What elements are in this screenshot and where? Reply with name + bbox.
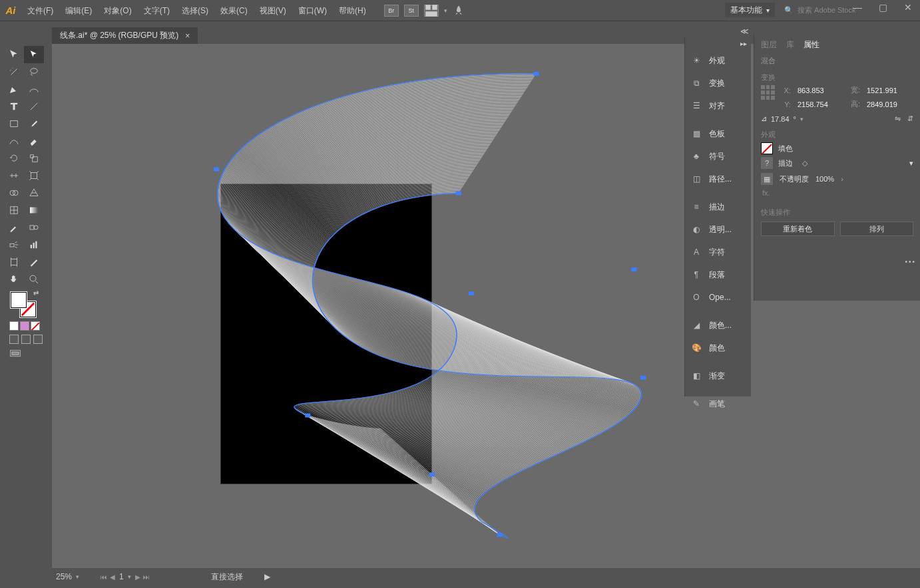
scale-tool[interactable] (24, 150, 44, 167)
direct-selection-tool[interactable] (24, 46, 44, 63)
recolor-button[interactable]: 重新着色 (761, 221, 835, 236)
blend-tool[interactable] (24, 219, 44, 236)
panel-color[interactable]: 🎨颜色 (685, 337, 751, 359)
selection-tool[interactable] (4, 46, 24, 63)
menu-file[interactable]: 文件(F) (21, 0, 59, 21)
tab-layers[interactable]: 图层 (761, 39, 777, 51)
color-mode[interactable] (9, 321, 19, 331)
h-value[interactable]: 2849.019 (867, 100, 913, 108)
shape-builder-tool[interactable] (4, 184, 24, 202)
stroke-width-stepper[interactable]: ◇ (802, 159, 807, 168)
gradient-mode[interactable] (20, 321, 29, 331)
rectangle-tool[interactable] (4, 115, 24, 132)
symbol-sprayer-tool[interactable] (4, 236, 24, 253)
fx-button[interactable]: fx. (761, 189, 913, 197)
last-artboard-icon[interactable]: ⏭ (143, 573, 150, 581)
workspace-switcher[interactable]: 基本功能 ▾ (725, 3, 775, 17)
menu-window[interactable]: 窗口(W) (292, 0, 333, 21)
pen-tool[interactable] (4, 80, 24, 98)
stroke-swatch-button[interactable]: ? (761, 157, 773, 169)
bridge-icon[interactable]: Br (384, 5, 399, 17)
rotate-tool[interactable] (4, 150, 24, 167)
status-play-icon[interactable]: ▶ (260, 572, 274, 581)
menu-select[interactable]: 选择(S) (176, 0, 214, 21)
x-value[interactable]: 863.853 (798, 86, 844, 94)
w-value[interactable]: 1521.991 (867, 86, 913, 94)
arrange-button[interactable]: 排列 (840, 221, 914, 236)
hand-tool[interactable] (4, 271, 24, 288)
draw-inside[interactable] (33, 335, 43, 344)
maximize-button[interactable]: ▢ (876, 0, 889, 13)
shaper-tool[interactable] (4, 132, 24, 150)
gradient-tool[interactable] (24, 202, 44, 219)
minimize-button[interactable]: — (851, 0, 864, 13)
draw-normal[interactable] (9, 335, 19, 344)
panel-swatches[interactable]: ▦色板 (685, 122, 751, 145)
panel-opentype[interactable]: OOpe... (685, 286, 751, 309)
swap-fill-stroke-icon[interactable]: ⇄ (33, 289, 39, 297)
panel-stroke[interactable]: ≡描边 (685, 196, 751, 218)
zoom-tool[interactable] (24, 271, 44, 288)
next-artboard-icon[interactable]: ▶ (135, 573, 140, 581)
fill-swatch[interactable] (11, 292, 27, 308)
panel-align[interactable]: ☰对齐 (685, 94, 751, 117)
menu-object[interactable]: 对象(O) (98, 0, 137, 21)
line-tool[interactable] (24, 98, 44, 115)
panel-character[interactable]: A字符 (685, 241, 751, 263)
panel-symbols[interactable]: ♣符号 (685, 145, 751, 168)
panel-brushes[interactable]: ✎画笔 (685, 392, 751, 415)
width-tool[interactable] (4, 167, 24, 184)
panel-collapse-toggle[interactable]: ≪ (739, 27, 750, 36)
screen-mode-button[interactable] (9, 349, 44, 361)
lasso-tool[interactable] (24, 63, 44, 80)
prev-artboard-icon[interactable]: ◀ (110, 573, 115, 581)
more-options-icon[interactable]: ••• (905, 258, 916, 265)
magic-wand-tool[interactable] (4, 63, 24, 80)
chevron-right-icon[interactable]: › (841, 175, 843, 183)
expand-panels-icon[interactable]: ▸▸ (685, 40, 751, 49)
fill-swatch-button[interactable] (761, 142, 773, 154)
perspective-tool[interactable] (24, 184, 44, 202)
gpu-rocket-icon[interactable] (453, 5, 465, 17)
panel-transparency[interactable]: ◐透明... (685, 218, 751, 241)
menu-edit[interactable]: 编辑(E) (59, 0, 98, 21)
chevron-down-icon[interactable]: ▾ (800, 116, 804, 122)
panel-paragraph[interactable]: ¶段落 (685, 263, 751, 286)
close-button[interactable]: ✕ (901, 0, 915, 13)
none-mode[interactable] (31, 321, 40, 331)
panel-appearance[interactable]: ☀外观 (685, 49, 751, 72)
opacity-swatch[interactable]: ▦ (761, 173, 773, 185)
slice-tool[interactable] (24, 253, 44, 271)
reference-point-picker[interactable] (761, 85, 775, 100)
opacity-value[interactable]: 100% (815, 175, 834, 183)
curvature-tool[interactable] (24, 80, 44, 98)
artboard-tool[interactable] (4, 253, 24, 271)
flip-horizontal-icon[interactable]: ⇋ (895, 114, 901, 123)
first-artboard-icon[interactable]: ⏮ (101, 573, 107, 581)
flip-vertical-icon[interactable]: ⇵ (907, 114, 913, 123)
graph-tool[interactable] (24, 236, 44, 253)
panel-pathfinder[interactable]: ◫路径... (685, 168, 751, 190)
close-tab-icon[interactable]: × (185, 31, 190, 41)
angle-value[interactable]: 17.84 (771, 115, 790, 123)
panel-gradient[interactable]: ◧渐变 (685, 365, 751, 387)
y-value[interactable]: 2158.754 (798, 100, 844, 108)
arrange-docs-icon[interactable] (424, 5, 439, 17)
panel-colorguide[interactable]: ◢颜色... (685, 314, 751, 337)
eraser-tool[interactable] (24, 132, 44, 150)
tab-libraries[interactable]: 库 (786, 39, 794, 51)
free-transform-tool[interactable] (24, 167, 44, 184)
menu-view[interactable]: 视图(V) (254, 0, 292, 21)
menu-help[interactable]: 帮助(H) (333, 0, 372, 21)
draw-behind[interactable] (21, 335, 31, 344)
type-tool[interactable] (4, 98, 24, 115)
tab-properties[interactable]: 属性 (804, 39, 819, 51)
mesh-tool[interactable] (4, 202, 24, 219)
eyedropper-tool[interactable] (4, 219, 24, 236)
menu-type[interactable]: 文字(T) (138, 0, 176, 21)
zoom-combo[interactable]: 25% ▾ (52, 572, 83, 581)
brush-tool[interactable] (24, 115, 44, 132)
stock-icon[interactable]: St (404, 5, 419, 17)
panel-transform[interactable]: ⧉变换 (685, 72, 751, 94)
fill-stroke-swatch[interactable]: ⇄ (11, 292, 36, 317)
